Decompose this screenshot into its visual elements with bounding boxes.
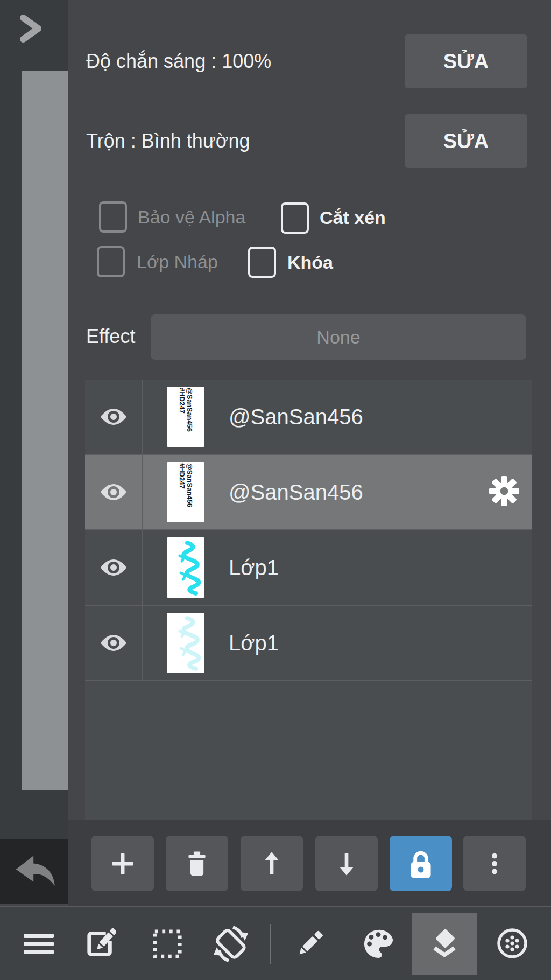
layer-list: @SanSan456 #HD247 @SanSan456 @SanSan456 xyxy=(85,380,532,820)
layer-visibility-toggle[interactable] xyxy=(85,380,142,454)
delete-layer-button[interactable] xyxy=(166,836,228,891)
blend-label: Trộn : Bình thường xyxy=(86,129,250,153)
edit-canvas-icon[interactable] xyxy=(85,928,116,962)
layer-visibility-toggle[interactable] xyxy=(85,455,142,529)
layers-icon[interactable] xyxy=(428,927,461,963)
layer-row[interactable]: @SanSan456 #HD247 @SanSan456 xyxy=(85,380,532,455)
layer-thumbnail: @SanSan456 #HD247 xyxy=(167,462,204,522)
visibility-eye-icon xyxy=(101,484,126,500)
move-layer-down-icon xyxy=(333,850,360,877)
add-layer-icon xyxy=(109,850,137,878)
visibility-eye-icon xyxy=(101,635,126,651)
layer-visibility-toggle[interactable] xyxy=(85,530,142,605)
lock-icon xyxy=(403,846,439,881)
bottom-toolbar xyxy=(0,906,551,980)
lock-layer-checkbox[interactable] xyxy=(248,247,276,278)
move-layer-down-button[interactable] xyxy=(315,836,378,891)
toolbar-divider xyxy=(270,924,271,964)
delete-layer-icon xyxy=(183,850,211,878)
layer-row-selected[interactable]: @SanSan456 #HD247 @SanSan456 xyxy=(85,455,532,530)
layer-row[interactable]: Lớp1 xyxy=(85,530,532,606)
draft-layer-checkbox[interactable] xyxy=(97,246,125,277)
collapsed-sidebar xyxy=(0,0,68,839)
undo-arrow-icon xyxy=(10,851,59,891)
layer-row[interactable]: Lớp1 xyxy=(85,606,532,681)
layer-settings-gear-icon[interactable] xyxy=(489,475,520,509)
chevron-right-icon[interactable] xyxy=(18,14,43,43)
draft-layer-label: Lớp Nháp xyxy=(137,249,218,274)
more-options-icon xyxy=(482,851,507,876)
palette-icon[interactable] xyxy=(363,928,394,962)
layer-name: @SanSan456 xyxy=(229,480,363,505)
rotate-canvas-icon[interactable] xyxy=(211,925,250,965)
effect-label: Effect xyxy=(86,325,135,348)
lock-layer-label: Khóa xyxy=(287,250,333,275)
opacity-edit-button[interactable]: SỬA xyxy=(405,34,527,88)
layer-visibility-toggle[interactable] xyxy=(85,606,142,680)
alpha-protect-label: Bảo vệ Alpha xyxy=(138,205,245,229)
move-layer-up-icon xyxy=(258,850,285,877)
layer-name: @SanSan456 xyxy=(229,405,363,429)
add-layer-button[interactable] xyxy=(91,836,154,891)
material-icon[interactable] xyxy=(496,927,528,962)
panel-scrollbar[interactable] xyxy=(22,71,68,790)
opacity-label: Độ chắn sáng : 100% xyxy=(86,50,271,73)
select-icon[interactable] xyxy=(152,928,183,962)
effect-value-button[interactable]: None xyxy=(151,314,526,360)
brush-icon[interactable] xyxy=(294,927,326,962)
more-options-button[interactable] xyxy=(463,836,526,891)
layer-thumbnail xyxy=(167,613,204,673)
layer-name: Lớp1 xyxy=(229,556,279,580)
menu-icon[interactable] xyxy=(24,934,54,956)
layers-panel-screen: Độ chắn sáng : 100% SỬA Trộn : Bình thườ… xyxy=(0,0,551,980)
blend-edit-button[interactable]: SỬA xyxy=(405,114,527,168)
clipping-checkbox[interactable] xyxy=(281,202,309,234)
layer-thumbnail xyxy=(167,537,204,598)
visibility-eye-icon xyxy=(101,559,126,576)
move-layer-up-button[interactable] xyxy=(241,836,303,891)
visibility-eye-icon xyxy=(101,409,126,425)
lock-button-active[interactable] xyxy=(390,836,452,891)
alpha-protect-checkbox[interactable] xyxy=(99,201,127,233)
clipping-label: Cắt xén xyxy=(320,205,386,230)
undo-button[interactable] xyxy=(0,839,68,904)
layer-toolbar xyxy=(68,820,551,906)
layer-name: Lớp1 xyxy=(229,631,279,655)
layer-thumbnail: @SanSan456 #HD247 xyxy=(167,387,204,447)
